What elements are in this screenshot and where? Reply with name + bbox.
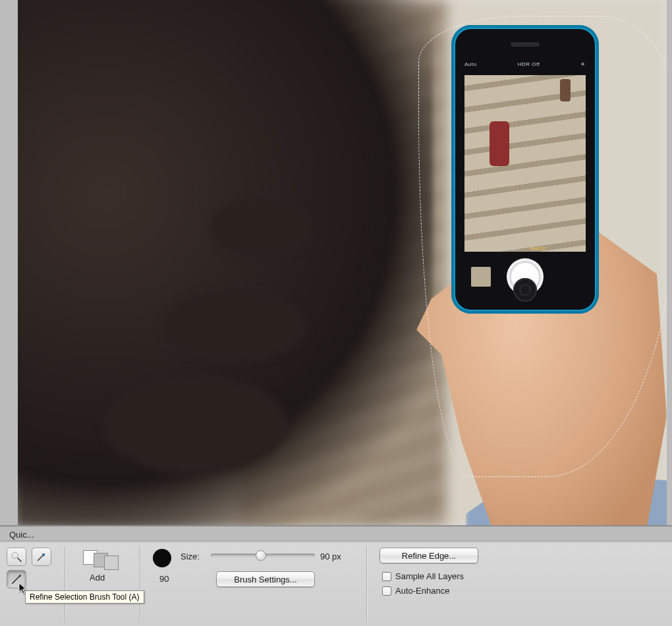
svg-point-2 <box>42 554 45 557</box>
tool-tooltip: Refine Selection Brush Tool (A) <box>25 590 144 604</box>
phone-top-left: Auto <box>464 61 476 67</box>
auto-enhance-label: Auto-Enhance <box>395 586 449 596</box>
svg-line-1 <box>18 558 22 562</box>
photo-phone: Auto HDR Off ☀ VIDEO PHOTO <box>451 25 599 314</box>
phone-top-center: HDR Off <box>518 61 540 67</box>
brush-size-numeric: 90 <box>159 574 169 584</box>
panel-title: Quic... <box>9 530 34 540</box>
sample-all-layers-checkbox[interactable]: Sample All Layers <box>382 571 464 581</box>
selection-mode-label: Add <box>90 573 105 583</box>
document-canvas[interactable]: Auto HDR Off ☀ VIDEO PHOTO <box>18 0 667 525</box>
refine-edge-button[interactable]: Refine Edge... <box>379 548 478 563</box>
brush-size-label: Size: <box>181 552 200 561</box>
quick-selection-tool-button[interactable] <box>7 548 26 566</box>
auto-enhance-checkbox[interactable]: Auto-Enhance <box>382 586 449 596</box>
photo-content: Auto HDR Off ☀ VIDEO PHOTO <box>18 0 667 525</box>
svg-point-3 <box>19 575 21 577</box>
brush-preview-dot <box>153 549 171 567</box>
svg-point-0 <box>12 552 18 558</box>
brush-size-slider[interactable] <box>211 549 315 562</box>
brush-settings-button[interactable]: Brush Settings... <box>216 571 315 587</box>
phone-mode-photo: PHOTO <box>530 246 547 251</box>
sample-all-layers-label: Sample All Layers <box>395 571 464 581</box>
selection-mode-toggle[interactable] <box>76 548 121 571</box>
selection-brush-tool-button[interactable] <box>32 548 51 566</box>
brush-size-value: 90 px <box>320 552 341 561</box>
tool-options-panel: Add 90 Size: 90 px Brush Settings... Ref… <box>0 542 672 626</box>
phone-mode-video: VIDEO <box>504 246 518 251</box>
canvas-left-gutter <box>0 0 18 525</box>
